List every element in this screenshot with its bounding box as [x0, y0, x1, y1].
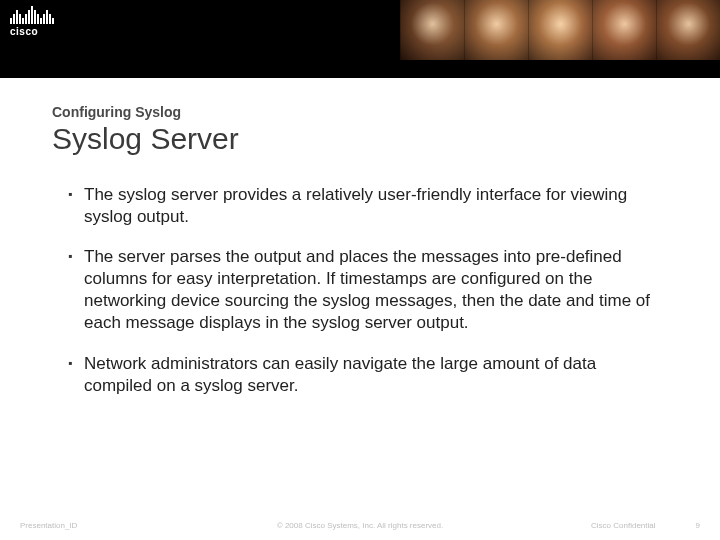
list-item: Network administrators can easily naviga… [68, 353, 668, 397]
header-band: cisco [0, 0, 720, 78]
cisco-logo-text: cisco [10, 26, 54, 37]
list-item: The server parses the output and places … [68, 246, 668, 334]
cisco-logo: cisco [10, 6, 54, 37]
slide-title: Syslog Server [52, 122, 668, 156]
kicker-text: Configuring Syslog [52, 104, 668, 120]
footer-page-number: 9 [696, 521, 700, 530]
cisco-logo-bars-icon [10, 6, 54, 24]
list-item: The syslog server provides a relatively … [68, 184, 668, 228]
header-photo-strip [400, 0, 720, 60]
footer-confidential: Cisco Confidential [591, 521, 655, 530]
bullet-list: The syslog server provides a relatively … [52, 184, 668, 397]
footer-copyright: © 2008 Cisco Systems, Inc. All rights re… [277, 521, 443, 530]
slide-content: Configuring Syslog Syslog Server The sys… [0, 78, 720, 397]
footer-left: Presentation_ID [20, 521, 77, 530]
slide-footer: Presentation_ID © 2008 Cisco Systems, In… [0, 521, 720, 530]
